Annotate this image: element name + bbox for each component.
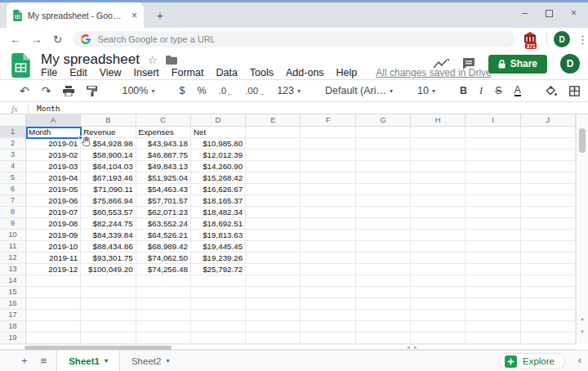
- cell-f19[interactable]: [301, 333, 355, 344]
- cell-f14[interactable]: [301, 275, 355, 287]
- cell-c15[interactable]: [136, 287, 191, 298]
- cell-e9[interactable]: [246, 218, 301, 230]
- cell-i3[interactable]: [466, 150, 520, 161]
- row-header-17[interactable]: 17: [0, 310, 26, 321]
- cell-c10[interactable]: $64,526.21: [136, 230, 191, 241]
- cell-d10[interactable]: $19,813.63: [191, 230, 246, 241]
- cell-c18[interactable]: [136, 321, 191, 333]
- cell-j4[interactable]: [521, 161, 576, 172]
- cell-c3[interactable]: $46,887.75: [136, 150, 191, 161]
- cell-e5[interactable]: [246, 172, 301, 184]
- cell-a15[interactable]: [26, 287, 81, 298]
- vertical-scrollbar[interactable]: ▴ ▾: [576, 114, 588, 344]
- cell-h12[interactable]: [411, 253, 466, 264]
- cell-b6[interactable]: $71,090.11: [81, 184, 136, 195]
- font-select[interactable]: Default (Ari…▾: [325, 85, 393, 96]
- cell-g15[interactable]: [356, 287, 411, 298]
- menu-insert[interactable]: Insert: [134, 67, 159, 78]
- row-header-19[interactable]: 19: [0, 333, 26, 344]
- cell-c14[interactable]: [136, 275, 191, 287]
- cell-d2[interactable]: $10,985.80: [191, 138, 246, 150]
- sheet-tab-sheet1[interactable]: Sheet1▾: [56, 351, 120, 371]
- cell-i2[interactable]: [466, 138, 520, 150]
- cell-g17[interactable]: [356, 310, 411, 321]
- cell-b14[interactable]: [81, 275, 136, 287]
- cell-e12[interactable]: [246, 253, 301, 264]
- cell-d5[interactable]: $15,268.42: [191, 172, 246, 184]
- cell-g6[interactable]: [356, 184, 411, 195]
- paint-format-icon[interactable]: [87, 86, 97, 96]
- format-percent-button[interactable]: %: [197, 85, 206, 96]
- cell-e4[interactable]: [246, 161, 301, 172]
- add-sheet-icon[interactable]: +: [21, 355, 28, 367]
- cell-g7[interactable]: [356, 195, 411, 207]
- cell-h8[interactable]: [411, 207, 466, 218]
- column-header-a[interactable]: A: [26, 114, 81, 127]
- cell-i15[interactable]: [466, 287, 520, 298]
- cell-f2[interactable]: [301, 138, 355, 150]
- cell-b15[interactable]: [81, 287, 136, 298]
- sheet-tab-sheet2[interactable]: Sheet2▾: [120, 351, 180, 371]
- column-header-j[interactable]: J: [521, 114, 576, 127]
- cell-c13[interactable]: $74,256.48: [136, 264, 191, 275]
- cell-f5[interactable]: [301, 172, 355, 184]
- cell-c8[interactable]: $62,071.23: [136, 207, 191, 218]
- cell-b12[interactable]: $93,301.75: [81, 253, 136, 264]
- cell-e19[interactable]: [246, 333, 301, 344]
- column-header-b[interactable]: B: [81, 114, 136, 127]
- cell-g9[interactable]: [356, 218, 411, 230]
- cell-b5[interactable]: $67,193.46: [81, 172, 136, 184]
- cell-j18[interactable]: [521, 321, 576, 333]
- cell-e11[interactable]: [246, 241, 301, 253]
- cell-f13[interactable]: [301, 264, 355, 275]
- insights-icon[interactable]: [433, 58, 449, 69]
- share-button[interactable]: Share: [488, 55, 547, 74]
- cell-c7[interactable]: $57,701.57: [136, 195, 191, 207]
- row-header-18[interactable]: 18: [0, 321, 26, 333]
- cell-a9[interactable]: 2019-08: [26, 218, 81, 230]
- cell-i4[interactable]: [466, 161, 520, 172]
- comment-icon[interactable]: [462, 58, 475, 69]
- cell-e1[interactable]: [246, 127, 301, 138]
- cell-g13[interactable]: [356, 264, 411, 275]
- cell-d1[interactable]: Net: [191, 127, 246, 138]
- formula-bar[interactable]: fx Month: [0, 103, 588, 114]
- row-header-4[interactable]: 4: [0, 161, 26, 172]
- cell-d11[interactable]: $19,445.45: [191, 241, 246, 253]
- all-sheets-icon[interactable]: ≡: [41, 355, 47, 367]
- cell-g14[interactable]: [356, 275, 411, 287]
- cell-h6[interactable]: [411, 184, 466, 195]
- cell-f18[interactable]: [301, 321, 355, 333]
- cell-j2[interactable]: [521, 138, 576, 150]
- extension-icon[interactable]: 371: [523, 32, 538, 47]
- row-header-3[interactable]: 3: [0, 150, 26, 161]
- row-header-2[interactable]: 2: [0, 138, 26, 150]
- menu-data[interactable]: Data: [216, 67, 237, 78]
- cell-h2[interactable]: [411, 138, 466, 150]
- row-header-6[interactable]: 6: [0, 184, 26, 195]
- browser-tab[interactable]: My spreadsheet - Google Sheets ×: [7, 2, 144, 28]
- column-header-g[interactable]: G: [356, 114, 411, 127]
- cell-b16[interactable]: [81, 298, 136, 310]
- cell-i17[interactable]: [466, 310, 520, 321]
- vertical-scroll-thumb[interactable]: [579, 128, 586, 153]
- column-header-f[interactable]: F: [301, 114, 355, 127]
- bold-button[interactable]: B: [460, 85, 467, 96]
- cell-h5[interactable]: [411, 172, 466, 184]
- sheet-tab-menu-icon[interactable]: ▾: [105, 357, 108, 364]
- maximize-icon[interactable]: [546, 10, 553, 17]
- cell-e13[interactable]: [246, 264, 301, 275]
- row-header-13[interactable]: 13: [0, 264, 26, 275]
- row-header-9[interactable]: 9: [0, 218, 26, 230]
- cell-a8[interactable]: 2019-07: [26, 207, 81, 218]
- cell-b7[interactable]: $75,866.94: [81, 195, 136, 207]
- scroll-up-icon[interactable]: ▴: [577, 315, 588, 322]
- window-close-icon[interactable]: ×: [571, 7, 577, 19]
- cell-g5[interactable]: [356, 172, 411, 184]
- cell-i7[interactable]: [466, 195, 520, 207]
- row-header-5[interactable]: 5: [0, 172, 26, 184]
- format-currency-button[interactable]: $: [179, 85, 185, 96]
- increase-decimal-button[interactable]: .00→: [245, 86, 265, 96]
- document-title[interactable]: My spreadsheet: [41, 51, 140, 68]
- cell-e8[interactable]: [246, 207, 301, 218]
